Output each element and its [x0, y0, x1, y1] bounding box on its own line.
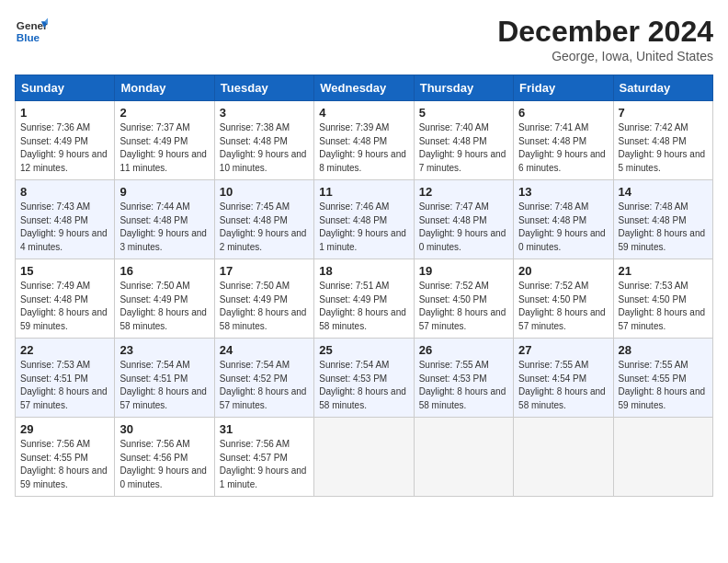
day-number: 28	[619, 343, 708, 357]
day-cell-5: 5Sunrise: 7:40 AMSunset: 4:48 PMDaylight…	[414, 101, 513, 180]
calendar-subtitle: George, Iowa, United States	[497, 49, 713, 63]
day-cell-4: 4Sunrise: 7:39 AMSunset: 4:48 PMDaylight…	[314, 101, 414, 180]
day-number: 24	[220, 343, 309, 357]
day-info: Sunrise: 7:56 AMSunset: 4:57 PMDaylight:…	[220, 438, 309, 491]
calendar-title: December 2024	[497, 15, 713, 49]
day-number: 17	[220, 264, 309, 278]
calendar-week-2: 8Sunrise: 7:43 AMSunset: 4:48 PMDaylight…	[16, 180, 713, 259]
day-info: Sunrise: 7:52 AMSunset: 4:50 PMDaylight:…	[419, 280, 508, 333]
day-info: Sunrise: 7:47 AMSunset: 4:48 PMDaylight:…	[419, 201, 508, 254]
day-cell-2: 2Sunrise: 7:37 AMSunset: 4:49 PMDaylight…	[115, 101, 214, 180]
empty-day-cell	[314, 418, 414, 497]
day-info: Sunrise: 7:54 AMSunset: 4:51 PMDaylight:…	[119, 359, 209, 412]
day-info: Sunrise: 7:42 AMSunset: 4:48 PMDaylight:…	[619, 121, 708, 175]
weekday-header-tuesday: Tuesday	[214, 75, 313, 101]
day-cell-17: 17Sunrise: 7:50 AMSunset: 4:49 PMDayligh…	[214, 259, 313, 339]
day-cell-7: 7Sunrise: 7:42 AMSunset: 4:48 PMDaylight…	[613, 101, 712, 180]
day-info: Sunrise: 7:44 AMSunset: 4:48 PMDaylight:…	[119, 201, 209, 254]
day-info: Sunrise: 7:55 AMSunset: 4:54 PMDaylight:…	[518, 359, 608, 412]
day-cell-30: 30Sunrise: 7:56 AMSunset: 4:56 PMDayligh…	[115, 418, 214, 497]
day-cell-13: 13Sunrise: 7:48 AMSunset: 4:48 PMDayligh…	[514, 180, 613, 259]
day-cell-27: 27Sunrise: 7:55 AMSunset: 4:54 PMDayligh…	[514, 339, 613, 418]
day-info: Sunrise: 7:39 AMSunset: 4:48 PMDaylight:…	[319, 121, 408, 175]
day-info: Sunrise: 7:36 AMSunset: 4:49 PMDaylight:…	[20, 121, 109, 175]
day-cell-29: 29Sunrise: 7:56 AMSunset: 4:55 PMDayligh…	[16, 418, 115, 497]
weekday-header-monday: Monday	[115, 75, 214, 101]
weekday-header-row: SundayMondayTuesdayWednesdayThursdayFrid…	[16, 75, 713, 101]
page-header: General Blue December 2024 George, Iowa,…	[15, 15, 713, 63]
day-info: Sunrise: 7:53 AMSunset: 4:50 PMDaylight:…	[619, 280, 708, 333]
day-cell-21: 21Sunrise: 7:53 AMSunset: 4:50 PMDayligh…	[613, 259, 712, 339]
day-info: Sunrise: 7:41 AMSunset: 4:48 PMDaylight:…	[518, 121, 608, 175]
day-cell-1: 1Sunrise: 7:36 AMSunset: 4:49 PMDaylight…	[16, 101, 115, 180]
day-info: Sunrise: 7:40 AMSunset: 4:48 PMDaylight:…	[419, 121, 508, 175]
day-cell-11: 11Sunrise: 7:46 AMSunset: 4:48 PMDayligh…	[314, 180, 414, 259]
day-info: Sunrise: 7:52 AMSunset: 4:50 PMDaylight:…	[518, 280, 608, 333]
calendar-title-area: December 2024 George, Iowa, United State…	[497, 15, 713, 63]
svg-text:Blue: Blue	[17, 31, 40, 43]
weekday-header-sunday: Sunday	[16, 75, 115, 101]
day-number: 5	[419, 106, 508, 120]
day-number: 23	[119, 343, 209, 357]
calendar-body: 1Sunrise: 7:36 AMSunset: 4:49 PMDaylight…	[16, 101, 713, 497]
day-info: Sunrise: 7:54 AMSunset: 4:53 PMDaylight:…	[319, 359, 408, 412]
day-number: 9	[119, 185, 209, 199]
day-cell-22: 22Sunrise: 7:53 AMSunset: 4:51 PMDayligh…	[16, 339, 115, 418]
day-cell-18: 18Sunrise: 7:51 AMSunset: 4:49 PMDayligh…	[314, 259, 414, 339]
day-number: 10	[220, 185, 309, 199]
day-number: 22	[20, 343, 109, 357]
calendar-week-3: 15Sunrise: 7:49 AMSunset: 4:48 PMDayligh…	[16, 259, 713, 339]
day-cell-25: 25Sunrise: 7:54 AMSunset: 4:53 PMDayligh…	[314, 339, 414, 418]
weekday-header-saturday: Saturday	[613, 75, 712, 101]
day-cell-12: 12Sunrise: 7:47 AMSunset: 4:48 PMDayligh…	[414, 180, 513, 259]
day-number: 21	[619, 264, 708, 278]
day-number: 2	[119, 106, 209, 120]
day-cell-28: 28Sunrise: 7:55 AMSunset: 4:55 PMDayligh…	[613, 339, 712, 418]
day-info: Sunrise: 7:55 AMSunset: 4:53 PMDaylight:…	[419, 359, 508, 412]
day-cell-20: 20Sunrise: 7:52 AMSunset: 4:50 PMDayligh…	[514, 259, 613, 339]
day-info: Sunrise: 7:38 AMSunset: 4:48 PMDaylight:…	[220, 121, 309, 175]
day-number: 30	[119, 422, 209, 436]
day-info: Sunrise: 7:55 AMSunset: 4:55 PMDaylight:…	[619, 359, 708, 412]
weekday-header-wednesday: Wednesday	[314, 75, 414, 101]
day-number: 27	[518, 343, 608, 357]
day-info: Sunrise: 7:56 AMSunset: 4:56 PMDaylight:…	[119, 438, 209, 491]
day-info: Sunrise: 7:50 AMSunset: 4:49 PMDaylight:…	[220, 280, 309, 333]
day-info: Sunrise: 7:50 AMSunset: 4:49 PMDaylight:…	[119, 280, 209, 333]
day-number: 18	[319, 264, 408, 278]
day-cell-31: 31Sunrise: 7:56 AMSunset: 4:57 PMDayligh…	[214, 418, 313, 497]
day-info: Sunrise: 7:37 AMSunset: 4:49 PMDaylight:…	[119, 121, 209, 175]
day-cell-6: 6Sunrise: 7:41 AMSunset: 4:48 PMDaylight…	[514, 101, 613, 180]
weekday-header-friday: Friday	[514, 75, 613, 101]
day-cell-15: 15Sunrise: 7:49 AMSunset: 4:48 PMDayligh…	[16, 259, 115, 339]
day-number: 13	[518, 185, 608, 199]
day-info: Sunrise: 7:49 AMSunset: 4:48 PMDaylight:…	[20, 280, 109, 333]
day-info: Sunrise: 7:45 AMSunset: 4:48 PMDaylight:…	[220, 201, 309, 254]
day-info: Sunrise: 7:46 AMSunset: 4:48 PMDaylight:…	[319, 201, 408, 254]
day-info: Sunrise: 7:48 AMSunset: 4:48 PMDaylight:…	[619, 201, 708, 254]
calendar-week-4: 22Sunrise: 7:53 AMSunset: 4:51 PMDayligh…	[16, 339, 713, 418]
calendar-table: SundayMondayTuesdayWednesdayThursdayFrid…	[15, 75, 713, 497]
day-number: 1	[20, 106, 109, 120]
svg-text:General: General	[17, 19, 48, 31]
day-cell-3: 3Sunrise: 7:38 AMSunset: 4:48 PMDaylight…	[214, 101, 313, 180]
day-info: Sunrise: 7:43 AMSunset: 4:48 PMDaylight:…	[20, 201, 109, 254]
day-cell-14: 14Sunrise: 7:48 AMSunset: 4:48 PMDayligh…	[613, 180, 712, 259]
day-number: 12	[419, 185, 508, 199]
day-number: 6	[518, 106, 608, 120]
day-number: 31	[220, 422, 309, 436]
day-info: Sunrise: 7:48 AMSunset: 4:48 PMDaylight:…	[518, 201, 608, 254]
day-number: 16	[119, 264, 209, 278]
day-number: 14	[619, 185, 708, 199]
logo: General Blue	[15, 15, 48, 48]
empty-day-cell	[414, 418, 513, 497]
day-cell-26: 26Sunrise: 7:55 AMSunset: 4:53 PMDayligh…	[414, 339, 513, 418]
day-number: 15	[20, 264, 109, 278]
calendar-week-5: 29Sunrise: 7:56 AMSunset: 4:55 PMDayligh…	[16, 418, 713, 497]
day-number: 7	[619, 106, 708, 120]
day-number: 26	[419, 343, 508, 357]
day-number: 29	[20, 422, 109, 436]
day-cell-10: 10Sunrise: 7:45 AMSunset: 4:48 PMDayligh…	[214, 180, 313, 259]
day-number: 3	[220, 106, 309, 120]
empty-day-cell	[514, 418, 613, 497]
